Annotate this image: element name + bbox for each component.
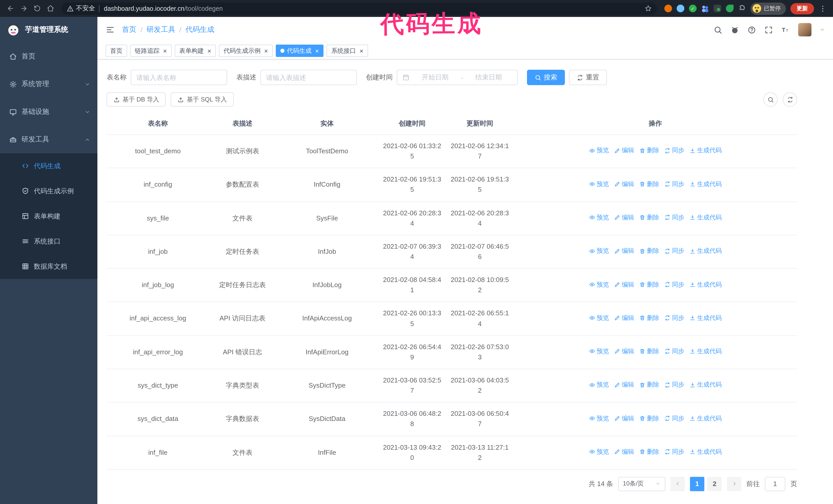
- browser-back-icon[interactable]: [4, 2, 17, 15]
- action-preview-link[interactable]: 预览: [589, 213, 609, 222]
- action-edit-link[interactable]: 编辑: [614, 313, 634, 323]
- sidebar-item-codegen[interactable]: 代码生成: [0, 153, 97, 178]
- search-button[interactable]: 搜索: [527, 70, 565, 85]
- sidebar-item-home[interactable]: 首页: [0, 43, 97, 70]
- sidebar-toggle-icon[interactable]: [105, 25, 115, 34]
- reset-button[interactable]: 重置: [569, 70, 607, 85]
- action-edit-link[interactable]: 编辑: [614, 179, 634, 189]
- action-sync-link[interactable]: 同步: [664, 280, 684, 289]
- action-preview-link[interactable]: 预览: [589, 280, 609, 289]
- sidebar-item-db-doc[interactable]: 数据库文档: [0, 254, 97, 279]
- table-desc-input[interactable]: [260, 70, 357, 85]
- sidebar-item-infra[interactable]: 基础设施: [0, 98, 97, 126]
- action-generate-link[interactable]: 生成代码: [689, 447, 722, 457]
- tab-close-icon[interactable]: ×: [163, 47, 167, 54]
- action-edit-link[interactable]: 编辑: [614, 447, 634, 457]
- action-delete-link[interactable]: 删除: [639, 380, 659, 390]
- extension-icon-blue[interactable]: [677, 5, 684, 12]
- action-edit-link[interactable]: 编辑: [614, 346, 634, 356]
- action-sync-link[interactable]: 同步: [664, 213, 684, 222]
- create-time-range-picker[interactable]: 开始日期 - 结束日期: [397, 70, 518, 85]
- action-edit-link[interactable]: 编辑: [614, 380, 634, 390]
- action-preview-link[interactable]: 预览: [589, 179, 609, 189]
- breadcrumb-item[interactable]: 研发工具: [147, 25, 175, 34]
- action-preview-link[interactable]: 预览: [589, 380, 609, 390]
- action-generate-link[interactable]: 生成代码: [689, 213, 722, 222]
- action-generate-link[interactable]: 生成代码: [689, 280, 722, 289]
- action-preview-link[interactable]: 预览: [589, 346, 609, 356]
- action-edit-link[interactable]: 编辑: [614, 280, 634, 289]
- action-generate-link[interactable]: 生成代码: [689, 313, 722, 323]
- action-delete-link[interactable]: 删除: [639, 313, 659, 323]
- tab-codegen[interactable]: 代码生成×: [276, 45, 324, 57]
- extension-icon-orange[interactable]: [664, 5, 672, 12]
- action-preview-link[interactable]: 预览: [589, 413, 609, 423]
- bookmark-star-icon[interactable]: [644, 5, 652, 12]
- action-generate-link[interactable]: 生成代码: [689, 246, 722, 256]
- action-preview-link[interactable]: 预览: [589, 146, 609, 155]
- action-edit-link[interactable]: 编辑: [614, 413, 634, 423]
- toggle-search-button[interactable]: [763, 92, 778, 106]
- header-search-icon[interactable]: [714, 25, 722, 34]
- extension-icon-people[interactable]: [701, 5, 709, 12]
- extension-icon-green-check[interactable]: [689, 5, 697, 12]
- action-sync-link[interactable]: 同步: [664, 146, 684, 155]
- sidebar-item-devtools[interactable]: 研发工具: [0, 126, 97, 153]
- help-icon[interactable]: [747, 25, 756, 34]
- font-size-icon[interactable]: TT: [781, 25, 790, 34]
- table-name-input[interactable]: [131, 70, 227, 85]
- action-delete-link[interactable]: 删除: [639, 246, 659, 256]
- page-1-button[interactable]: 1: [690, 477, 704, 491]
- action-sync-link[interactable]: 同步: [664, 380, 684, 390]
- action-generate-link[interactable]: 生成代码: [689, 179, 722, 189]
- action-edit-link[interactable]: 编辑: [614, 246, 634, 256]
- action-delete-link[interactable]: 删除: [639, 447, 659, 457]
- github-icon[interactable]: [731, 25, 739, 34]
- browser-profile-chip[interactable]: 已暂停: [751, 2, 786, 15]
- action-generate-link[interactable]: 生成代码: [689, 146, 722, 155]
- action-preview-link[interactable]: 预览: [589, 246, 609, 256]
- address-bar[interactable]: 不安全 dashboard.yudao.iocoder.cn/tool/code…: [62, 2, 657, 15]
- action-delete-link[interactable]: 删除: [639, 146, 659, 155]
- action-sync-link[interactable]: 同步: [664, 447, 684, 457]
- action-delete-link[interactable]: 删除: [639, 280, 659, 289]
- extension-icon-leaf[interactable]: [726, 5, 734, 12]
- sidebar-item-form-builder[interactable]: 表单构建: [0, 203, 97, 229]
- sidebar-item-codegen-example[interactable]: 代码生成示例: [0, 178, 97, 203]
- browser-home-icon[interactable]: [44, 2, 56, 15]
- import-sql-button[interactable]: 基于 SQL 导入: [171, 92, 234, 106]
- action-sync-link[interactable]: 同步: [664, 346, 684, 356]
- action-delete-link[interactable]: 删除: [639, 179, 659, 189]
- tab-close-icon[interactable]: ×: [360, 47, 363, 54]
- security-label[interactable]: 不安全: [76, 4, 95, 13]
- extensions-puzzle-icon[interactable]: [738, 5, 746, 12]
- tab-close-icon[interactable]: ×: [207, 47, 211, 54]
- action-delete-link[interactable]: 删除: [639, 213, 659, 222]
- action-generate-link[interactable]: 生成代码: [689, 413, 722, 423]
- tab-tracer[interactable]: 链路追踪×: [130, 45, 171, 57]
- prev-page-button[interactable]: [670, 477, 685, 491]
- user-menu-caret-icon[interactable]: [820, 27, 825, 32]
- action-generate-link[interactable]: 生成代码: [689, 346, 722, 356]
- tab-close-icon[interactable]: ×: [315, 47, 319, 54]
- action-sync-link[interactable]: 同步: [664, 313, 684, 323]
- action-sync-link[interactable]: 同步: [664, 179, 684, 189]
- browser-forward-icon[interactable]: [18, 2, 30, 15]
- page-size-select[interactable]: 10条/页: [618, 477, 665, 491]
- action-delete-link[interactable]: 删除: [639, 413, 659, 423]
- import-db-button[interactable]: 基于 DB 导入: [106, 92, 166, 106]
- action-preview-link[interactable]: 预览: [589, 313, 609, 323]
- goto-page-input[interactable]: [765, 477, 785, 491]
- page-2-button[interactable]: 2: [708, 477, 722, 491]
- user-avatar[interactable]: [798, 23, 811, 37]
- action-delete-link[interactable]: 删除: [639, 346, 659, 356]
- tab-form-builder[interactable]: 表单构建×: [174, 45, 216, 57]
- action-preview-link[interactable]: 预览: [589, 447, 609, 457]
- extension-icon-dark[interactable]: [714, 5, 721, 12]
- action-generate-link[interactable]: 生成代码: [689, 380, 722, 390]
- action-edit-link[interactable]: 编辑: [614, 213, 634, 222]
- breadcrumb-item[interactable]: 首页: [122, 25, 136, 34]
- sidebar-item-system[interactable]: 系统管理: [0, 70, 97, 98]
- action-edit-link[interactable]: 编辑: [614, 146, 634, 155]
- tab-system-api[interactable]: 系统接口×: [327, 45, 368, 57]
